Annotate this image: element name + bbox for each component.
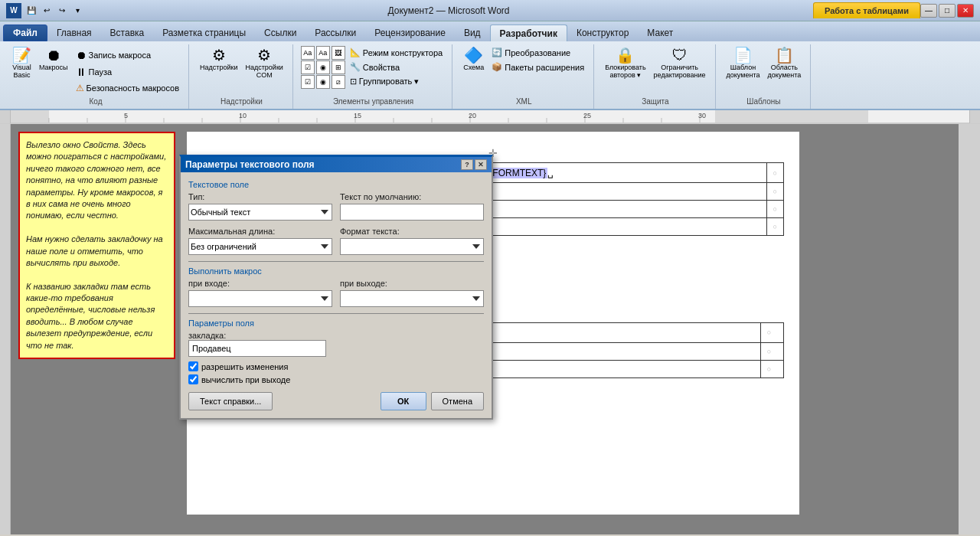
tab-file[interactable]: Файл [3,25,47,41]
onenter-label: при входе: [188,279,332,288]
record-macro-btn[interactable]: ⏺ Запись макроса [73,47,183,63]
allow-changes-row[interactable]: разрешить изменения [188,361,484,371]
format-select[interactable] [340,238,484,255]
tab-references[interactable]: Ссылки [255,25,305,41]
svg-rect-1 [11,110,49,123]
formtext-field[interactable]: {FORMTEXT} [488,168,547,178]
allow-changes-checkbox[interactable] [188,361,198,371]
schema-btn[interactable]: 🔷 Схема [460,46,487,96]
table1-marker-3: ○ [766,201,783,218]
tab-layout[interactable]: Макет [638,25,682,41]
controls-row1: Aa Aa 🖼 ☑ ◉ ⊞ ☑ ◉ ⧄ [301,46,345,96]
close-btn[interactable]: ✕ [957,4,974,18]
addins-group-label: Надстройки [220,97,263,107]
vertical-scrollbar[interactable] [959,124,969,534]
document-area: Вылезло окно Свойств. Здесь можно поигра… [11,124,969,534]
tab-home[interactable]: Главная [47,25,101,41]
bookmark-input[interactable] [188,340,326,357]
type-select-wrapper: Обычный текст Число Дата [188,204,332,221]
macro-security-btn[interactable]: ⚠ Безопасность макросов [73,81,183,95]
macro-section-label: Выполнить макрос [188,266,484,276]
ruler-side-right [969,110,980,123]
properties-btn[interactable]: 🔧 Свойства [347,60,446,74]
qa-dropdown-btn[interactable]: ▾ [70,4,84,18]
block-authors-btn[interactable]: 🔒 Блокироватьавторов ▾ [602,46,648,96]
onenter-select[interactable] [188,290,332,307]
tab-review[interactable]: Рецензирование [365,25,455,41]
ribbon-group-protect: 🔒 Блокироватьавторов ▾ 🛡 Ограничитьредак… [596,44,715,109]
cancel-btn[interactable]: Отмена [431,392,484,410]
format-label: Формат текста: [340,227,484,236]
doc-template-btn[interactable]: 📄 Шаблондокумента [724,46,763,96]
ctrl-icon-2[interactable]: Aa [316,46,330,60]
ribbon-group-controls: Aa Aa 🖼 ☑ ◉ ⊞ ☑ ◉ ⧄ [295,44,452,109]
ribbon-group-addins: ⚙ Надстройки ⚙ НадстройкиCOM Надстройки [191,44,293,109]
save-quick-btn[interactable]: 💾 [24,4,38,18]
tab-view[interactable]: Вид [455,25,490,41]
transform-btn[interactable]: 🔄 Преобразование [488,46,587,59]
dialog-close-btn[interactable]: ✕ [475,159,487,170]
templates-group-label: Шаблоны [746,97,780,107]
doc-area-btn[interactable]: 📋 Областьдокумента [764,46,804,96]
protect-buttons: 🔒 Блокироватьавторов ▾ 🛡 Ограничитьредак… [602,46,708,96]
ctrl-icon-5[interactable]: ◉ [316,60,330,74]
table2-col2 [482,322,760,342]
ctrl-icon-3[interactable]: 🖼 [332,46,345,60]
onexit-select[interactable] [340,290,484,307]
ribbon-group-xml: 🔷 Схема 🔄 Преобразование 📦 Пакеты расшир… [454,44,594,109]
ctrl-icon-7[interactable]: ☑ [301,75,315,89]
divider-2 [188,313,484,314]
tab-developer[interactable]: Разработчик [490,25,567,41]
designer-mode-btn[interactable]: 📐 Режим конструктора [347,46,446,59]
dialog-titlebar: Параметры текстового поля ? ✕ [181,157,492,172]
table1-formtext-cell[interactable]: {FORMTEXT}␣ [482,163,766,183]
pause-btn[interactable]: ⏸ Пауза [73,64,183,80]
ok-btn[interactable]: ОК [381,392,426,410]
vb-icon: 📝 [12,47,31,63]
type-select[interactable]: Обычный текст Число Дата [188,204,332,221]
calculate-exit-checkbox[interactable] [188,374,198,384]
dialog-help-icon-btn[interactable]: ? [461,159,473,170]
ctrl-icon-4[interactable]: ☑ [301,60,315,74]
redo-btn[interactable]: ↪ [55,4,69,18]
group-icon: ⊡ [350,77,357,87]
calculate-exit-row[interactable]: вычислить при выходе [188,374,484,384]
quick-access-toolbar: 💾 ↩ ↪ ▾ [24,4,84,18]
type-col: Тип: Обычный текст Число Дата [188,192,332,221]
work-with-tables-tab[interactable]: Работа с таблицами [813,2,920,18]
ctrl-icon-1[interactable]: Aa [301,46,315,60]
svg-text:5: 5 [124,112,128,119]
dialog-titlebar-buttons: ? ✕ [461,159,487,170]
undo-btn[interactable]: ↩ [40,4,54,18]
ribbon: Файл Главная Вставка Разметка страницы С… [0,21,980,110]
restrict-editing-btn[interactable]: 🛡 Ограничитьредактирование [651,46,709,96]
tab-mailings[interactable]: Рассылки [305,25,365,41]
addins-btn[interactable]: ⚙ Надстройки [197,46,240,96]
macros-icon: ⏺ [46,47,61,63]
table1-row3-right [482,201,766,218]
fieldparams-section-label: Параметры поля [188,319,484,328]
tab-page-layout[interactable]: Разметка страницы [153,25,255,41]
onexit-col: при выходе: [340,279,484,307]
table1-marker-1: ○ [766,163,783,183]
ctrl-icon-9[interactable]: ⧄ [332,75,345,89]
tab-insert[interactable]: Вставка [101,25,154,41]
controls-icons-mid: ☑ ◉ ⊞ [301,60,345,74]
ctrl-icon-8[interactable]: ◉ [316,75,330,89]
minimize-btn[interactable]: — [920,4,937,18]
packages-btn[interactable]: 📦 Пакеты расширения [488,60,587,74]
tab-constructor[interactable]: Конструктор [567,25,638,41]
maximize-btn[interactable]: □ [939,4,956,18]
macros-btn[interactable]: ⏺ Макросы [36,46,71,96]
controls-group-label: Элементы управления [333,97,413,107]
help-text-btn[interactable]: Текст справки... [188,392,273,410]
com-addins-btn[interactable]: ⚙ НадстройкиCOM [242,46,286,96]
word-logo: W [6,3,21,18]
group-btn[interactable]: ⊡ Группировать ▾ [347,75,446,88]
maxlen-select[interactable]: Без ограничений [188,238,332,255]
default-text-input[interactable] [340,204,484,221]
ctrl-icon-6[interactable]: ⊞ [332,60,345,74]
ribbon-group-code: 📝 VisualBasic ⏺ Макросы ⏺ Запись макроса… [3,44,189,109]
visual-basic-btn[interactable]: 📝 VisualBasic [9,46,34,96]
template-icon: 📄 [733,47,753,63]
